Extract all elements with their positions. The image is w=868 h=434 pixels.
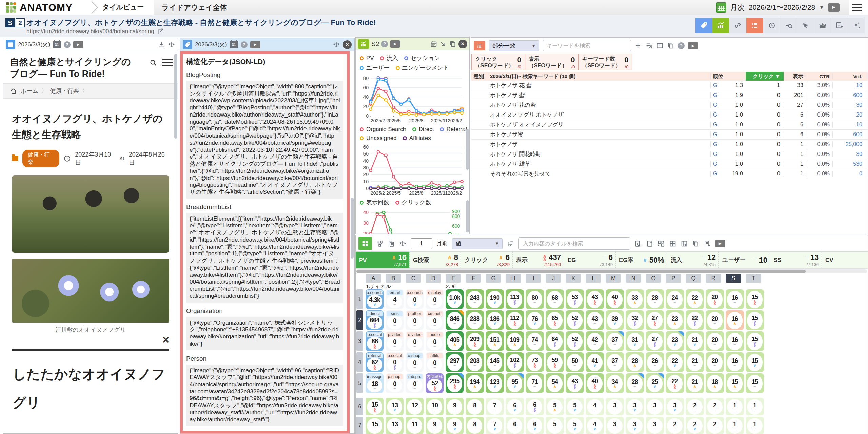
crown-10-icon[interactable]: 10 (814, 18, 831, 33)
doc-add-icon[interactable] (704, 240, 711, 247)
months-back-input[interactable] (411, 238, 432, 249)
col-rank[interactable]: 順位 (710, 73, 746, 80)
value-tile[interactable]: 20∧∧ (706, 289, 724, 309)
column-K[interactable]: K (566, 274, 581, 283)
column-R[interactable]: R (706, 274, 721, 283)
value-tile[interactable]: 102∨∨ (506, 352, 524, 372)
jsonld-code-block[interactable]: {"itemListElement":[{"item":"https://fun… (186, 213, 343, 303)
value-tile[interactable]: 1− (726, 398, 744, 415)
help-icon[interactable]: ? (678, 42, 685, 49)
table-icon[interactable] (656, 42, 664, 49)
chart-icon[interactable] (712, 18, 729, 33)
channel-tile-o.shop.[interactable]: o.shop.0− (406, 352, 424, 372)
col-impressions[interactable]: 表示 (784, 73, 806, 80)
value-tile[interactable]: 5∨ (566, 398, 584, 415)
calendar-31-icon[interactable]: 31 (53, 41, 61, 48)
download-icon[interactable] (158, 41, 165, 48)
period-range[interactable]: 2026/2/1〜2026/2/28 (749, 3, 815, 12)
value-tile[interactable]: 20− (706, 352, 724, 372)
column-M[interactable]: M (606, 274, 621, 283)
list-icon[interactable] (746, 18, 763, 33)
search-icon[interactable] (150, 59, 157, 66)
category-badge[interactable]: 健康・行楽 (22, 150, 59, 167)
column-I[interactable]: I (526, 274, 541, 283)
value-tile[interactable]: 11− (406, 417, 424, 434)
keyword-search-input[interactable] (543, 40, 631, 51)
value-tile[interactable]: 40∧∧ (586, 373, 604, 393)
value-tile[interactable]: 23∨ (666, 331, 684, 351)
column-Q[interactable]: Q (686, 274, 701, 283)
keyword-row[interactable]: オオイヌノフグリ ホトケノザG1.0060.0%20 (471, 110, 868, 120)
col-clicks-sorted[interactable]: クリック ▼ (746, 72, 784, 81)
value-tile[interactable]: 33∧ (626, 289, 644, 309)
value-tile[interactable]: 6∨∨ (526, 398, 544, 415)
breadcrumb-category[interactable]: 健康・行楽 (50, 87, 79, 95)
value-tile[interactable]: 32∨∨ (626, 310, 644, 330)
copy-icon[interactable] (692, 240, 699, 247)
value-tile[interactable]: 3∨ (666, 398, 684, 415)
value-tile[interactable]: 43∧∧ (586, 289, 604, 309)
value-tile[interactable]: 5∨ (566, 417, 584, 434)
horizontal-scrollbar[interactable] (356, 269, 867, 273)
value-tile[interactable]: 295∧∧ (446, 373, 464, 393)
metric-ユーザー[interactable]: ユーザー−10 (718, 252, 770, 268)
value-tile[interactable]: 34∧ (606, 373, 624, 393)
value-tile[interactable]: 3− (606, 417, 624, 434)
video-help-icon[interactable]: ▶ (688, 42, 698, 49)
breadcrumb-home[interactable]: ホーム (21, 87, 38, 95)
channel-tile-p.video[interactable]: p.video0− (386, 331, 404, 351)
keyword-row[interactable]: ホトケノザ 雑草G1.0010.0%530 (471, 159, 868, 169)
column-E[interactable]: E (446, 274, 461, 283)
channel-tile-p.shop.[interactable]: p.shop.0− (386, 373, 404, 393)
legend-セッション[interactable]: セッション (404, 54, 440, 62)
value-tile[interactable]: 9∨ (446, 417, 464, 434)
value-tile[interactable]: 194∧ (466, 373, 484, 393)
value-tile[interactable]: 209∧∧ (466, 331, 484, 351)
help-icon[interactable]: ? (64, 41, 71, 48)
value-tile[interactable]: 52∨∨ (566, 310, 584, 330)
value-tile[interactable]: 68− (546, 289, 564, 309)
close-panel-icon[interactable]: × (458, 40, 467, 48)
value-tile[interactable]: 37− (606, 331, 624, 351)
value-tile[interactable]: 15∨∨ (746, 310, 764, 330)
value-tile[interactable]: 16− (726, 289, 744, 309)
sparkles-icon[interactable] (848, 18, 865, 33)
swap-icon[interactable] (657, 240, 665, 247)
value-mode-select[interactable]: 値▼ (452, 238, 503, 249)
channel-tile-email[interactable]: email4− (386, 289, 404, 309)
row-number-3[interactable]: 3 (356, 331, 363, 351)
value-tile[interactable]: 59∧∧ (546, 352, 564, 372)
value-tile[interactable]: 8− (466, 398, 484, 415)
metric-クリック[interactable]: クリック∧6/3,329 (461, 252, 512, 268)
value-tile[interactable]: 21− (686, 352, 704, 372)
value-tile[interactable]: 74− (526, 331, 544, 351)
scrollbar[interactable] (466, 129, 469, 170)
value-tile[interactable]: 1− (746, 417, 764, 434)
col-volume[interactable]: Vol. (832, 74, 868, 79)
close-icon[interactable]: × (162, 334, 169, 345)
channel-tile-o.search[interactable]: o.search4.3k∨ (366, 289, 384, 309)
legend-Referral[interactable]: Referral (440, 126, 467, 133)
channel-tile-p.other[interactable]: p.other0− (406, 310, 424, 330)
row-number-5[interactable]: 5 (356, 373, 363, 393)
value-tile[interactable]: 39∨ (606, 310, 624, 330)
close-panel-icon[interactable]: × (343, 40, 352, 49)
sort-icon[interactable] (507, 240, 514, 247)
value-tile[interactable]: 25∨ (646, 373, 664, 393)
doc-search-icon[interactable] (634, 240, 642, 247)
jsonld-code-block[interactable]: {"image":{"@type":"ImageObject","width":… (186, 365, 343, 426)
value-tile[interactable]: 3∨ (626, 417, 644, 434)
value-tile[interactable]: 4∨ (586, 417, 604, 434)
channel-tile-display[interactable]: display0− (426, 289, 444, 309)
click-icon[interactable] (797, 18, 814, 33)
column-O[interactable]: O (646, 274, 661, 283)
anatomy-logo[interactable]: ANATOMY (0, 2, 79, 13)
calendar-icon[interactable] (430, 40, 437, 48)
chart-search-icon[interactable] (780, 18, 797, 33)
page-url[interactable]: https://fun2ride.rideaway.bike/004/botan… (26, 28, 154, 35)
value-tile[interactable]: 41∨ (586, 352, 604, 372)
channel-tile-affili.[interactable]: affili.0− (426, 352, 444, 372)
help-icon[interactable]: ? (241, 41, 248, 48)
value-tile[interactable]: 3− (646, 398, 664, 415)
value-tile[interactable]: 22∨∨ (686, 310, 704, 330)
